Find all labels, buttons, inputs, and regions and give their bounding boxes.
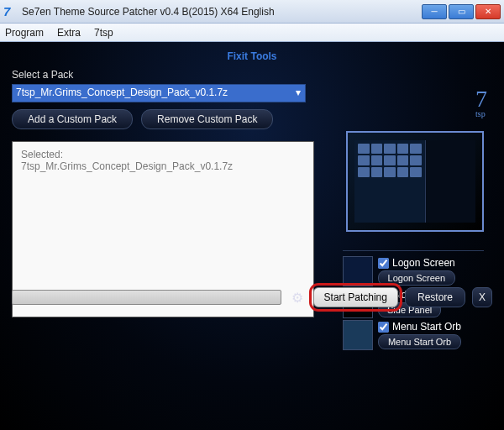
logon-screen-checkbox[interactable] <box>378 258 389 269</box>
app-icon: 7 <box>3 4 18 19</box>
menu-7tsp[interactable]: 7tsp <box>94 27 113 39</box>
start-orb-button[interactable]: Menu Start Orb <box>378 334 461 349</box>
selected-value: 7tsp_Mr.Grims_Concept_Design_Pack_v0.1.7… <box>21 160 305 172</box>
progress-bar <box>12 290 281 305</box>
restore-button[interactable]: Restore <box>405 287 465 307</box>
start-patching-button[interactable]: Start Patching <box>313 287 398 307</box>
maximize-button[interactable]: ▭ <box>449 4 474 19</box>
select-pack-label: Select a Pack <box>12 69 323 81</box>
selected-label: Selected: <box>21 149 305 160</box>
window-title: Se7en Theme Source Patcher v0.4 B(2015) … <box>22 6 275 18</box>
window-controls: ─ ▭ ✕ <box>422 4 504 19</box>
exit-button[interactable]: X <box>472 287 492 307</box>
gear-icon: ⚙ <box>288 288 307 307</box>
titlebar: 7 Se7en Theme Source Patcher v0.4 B(2015… <box>0 0 504 24</box>
logon-screen-button[interactable]: Logon Screen <box>378 270 455 286</box>
start-orb-thumbnail <box>343 320 373 350</box>
menubar: Program Extra 7tsp <box>0 24 504 42</box>
theme-preview <box>346 131 484 232</box>
add-custom-pack-button[interactable]: Add a Custom Pack <box>12 109 133 129</box>
logon-screen-checkbox-label: Logon Screen <box>392 257 455 269</box>
menu-extra[interactable]: Extra <box>57 27 81 39</box>
pack-dropdown[interactable]: 7tsp_Mr.Grims_Concept_Design_Pack_v0.1.7… <box>12 84 306 102</box>
minimize-button[interactable]: ─ <box>422 4 447 19</box>
menu-program[interactable]: Program <box>5 27 44 39</box>
start-orb-checkbox[interactable] <box>378 322 389 333</box>
tsp-logo: 7tsp <box>475 86 487 118</box>
logon-thumbnail <box>343 256 373 286</box>
close-button[interactable]: ✕ <box>475 4 501 19</box>
fixit-tools-link[interactable]: Fixit Tools <box>12 50 492 62</box>
start-orb-checkbox-label: Menu Start Orb <box>392 321 461 333</box>
bottom-bar: ⚙ Start Patching Restore X <box>12 287 492 307</box>
remove-custom-pack-button[interactable]: Remove Custom Pack <box>141 109 273 129</box>
